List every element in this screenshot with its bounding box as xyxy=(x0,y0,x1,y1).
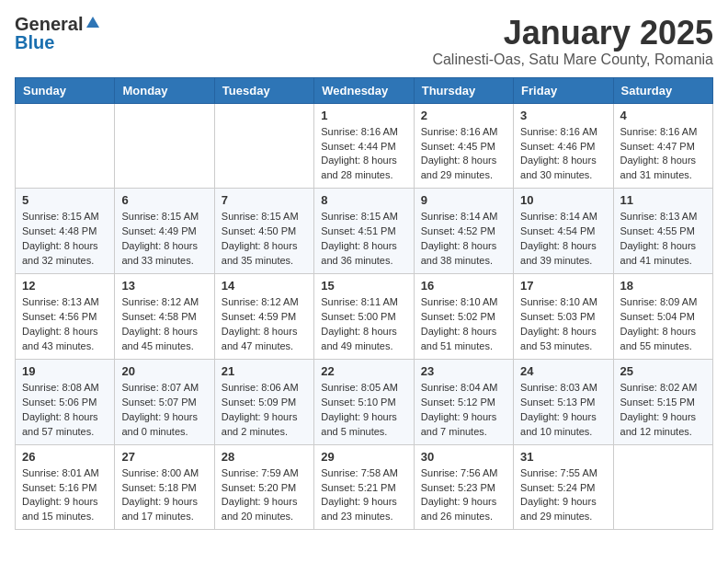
day-number: 4 xyxy=(620,109,706,122)
calendar-cell: 30Sunrise: 7:56 AM Sunset: 5:23 PM Dayli… xyxy=(414,444,513,530)
day-info: Sunrise: 8:16 AM Sunset: 4:44 PM Dayligh… xyxy=(321,125,406,184)
month-title: January 2025 xyxy=(432,15,713,52)
calendar-cell: 29Sunrise: 7:58 AM Sunset: 5:21 PM Dayli… xyxy=(314,444,414,530)
day-number: 17 xyxy=(520,279,606,293)
logo-blue-text: Blue xyxy=(15,33,54,52)
weekday-header-saturday: Saturday xyxy=(613,77,712,103)
page-header: General Blue January 2025 Calinesti-Oas,… xyxy=(15,15,713,68)
calendar-week-row: 19Sunrise: 8:08 AM Sunset: 5:06 PM Dayli… xyxy=(16,359,713,444)
logo-icon xyxy=(85,15,101,31)
title-block: January 2025 Calinesti-Oas, Satu Mare Co… xyxy=(432,15,713,68)
svg-marker-0 xyxy=(86,17,99,28)
calendar-cell xyxy=(115,103,214,189)
day-info: Sunrise: 8:03 AM Sunset: 5:13 PM Dayligh… xyxy=(520,381,606,440)
day-info: Sunrise: 8:14 AM Sunset: 4:54 PM Dayligh… xyxy=(520,210,606,269)
calendar-cell: 5Sunrise: 8:15 AM Sunset: 4:48 PM Daylig… xyxy=(16,189,115,274)
calendar-cell xyxy=(16,103,115,189)
day-info: Sunrise: 8:16 AM Sunset: 4:45 PM Dayligh… xyxy=(421,125,506,184)
day-number: 6 xyxy=(121,193,207,207)
day-info: Sunrise: 8:10 AM Sunset: 5:02 PM Dayligh… xyxy=(421,295,506,354)
day-number: 22 xyxy=(321,364,406,378)
weekday-header-monday: Monday xyxy=(115,77,214,103)
day-number: 30 xyxy=(421,450,506,464)
calendar-cell: 6Sunrise: 8:15 AM Sunset: 4:49 PM Daylig… xyxy=(115,189,214,274)
day-info: Sunrise: 8:15 AM Sunset: 4:50 PM Dayligh… xyxy=(222,210,307,269)
calendar-cell: 23Sunrise: 8:04 AM Sunset: 5:12 PM Dayli… xyxy=(414,359,513,444)
day-number: 2 xyxy=(421,109,506,122)
day-number: 12 xyxy=(22,279,108,293)
calendar-cell: 8Sunrise: 8:15 AM Sunset: 4:51 PM Daylig… xyxy=(314,189,414,274)
day-number: 15 xyxy=(321,279,406,293)
day-info: Sunrise: 8:06 AM Sunset: 5:09 PM Dayligh… xyxy=(222,381,307,440)
calendar-cell: 28Sunrise: 7:59 AM Sunset: 5:20 PM Dayli… xyxy=(214,444,313,530)
calendar-cell: 9Sunrise: 8:14 AM Sunset: 4:52 PM Daylig… xyxy=(414,189,513,274)
day-info: Sunrise: 8:11 AM Sunset: 5:00 PM Dayligh… xyxy=(321,295,406,354)
day-info: Sunrise: 8:13 AM Sunset: 4:55 PM Dayligh… xyxy=(620,210,706,269)
day-number: 21 xyxy=(222,364,307,378)
calendar-header-row: SundayMondayTuesdayWednesdayThursdayFrid… xyxy=(16,77,713,103)
day-number: 11 xyxy=(620,193,706,207)
calendar-cell: 3Sunrise: 8:16 AM Sunset: 4:46 PM Daylig… xyxy=(514,103,613,189)
day-number: 25 xyxy=(620,364,706,378)
calendar-week-row: 5Sunrise: 8:15 AM Sunset: 4:48 PM Daylig… xyxy=(16,189,713,274)
logo-general-text: General xyxy=(15,15,83,33)
calendar-cell: 27Sunrise: 8:00 AM Sunset: 5:18 PM Dayli… xyxy=(115,444,214,530)
day-info: Sunrise: 8:16 AM Sunset: 4:46 PM Dayligh… xyxy=(520,125,606,184)
calendar-cell: 1Sunrise: 8:16 AM Sunset: 4:44 PM Daylig… xyxy=(314,103,414,189)
location-title: Calinesti-Oas, Satu Mare County, Romania xyxy=(432,52,713,68)
day-info: Sunrise: 7:56 AM Sunset: 5:23 PM Dayligh… xyxy=(421,466,506,525)
calendar-cell: 24Sunrise: 8:03 AM Sunset: 5:13 PM Dayli… xyxy=(514,359,613,444)
weekday-header-wednesday: Wednesday xyxy=(314,77,414,103)
day-info: Sunrise: 7:58 AM Sunset: 5:21 PM Dayligh… xyxy=(321,466,406,525)
day-number: 8 xyxy=(321,193,406,207)
calendar-cell: 15Sunrise: 8:11 AM Sunset: 5:00 PM Dayli… xyxy=(314,274,414,360)
day-info: Sunrise: 8:00 AM Sunset: 5:18 PM Dayligh… xyxy=(121,466,207,525)
day-info: Sunrise: 8:01 AM Sunset: 5:16 PM Dayligh… xyxy=(22,466,108,525)
calendar-cell: 18Sunrise: 8:09 AM Sunset: 5:04 PM Dayli… xyxy=(613,274,712,360)
calendar-week-row: 1Sunrise: 8:16 AM Sunset: 4:44 PM Daylig… xyxy=(16,103,713,189)
calendar-cell: 11Sunrise: 8:13 AM Sunset: 4:55 PM Dayli… xyxy=(613,189,712,274)
calendar-cell: 7Sunrise: 8:15 AM Sunset: 4:50 PM Daylig… xyxy=(214,189,313,274)
day-number: 9 xyxy=(421,193,506,207)
day-number: 3 xyxy=(520,109,606,122)
calendar-cell xyxy=(613,444,712,530)
weekday-header-thursday: Thursday xyxy=(414,77,513,103)
calendar-week-row: 26Sunrise: 8:01 AM Sunset: 5:16 PM Dayli… xyxy=(16,444,713,530)
day-number: 29 xyxy=(321,450,406,464)
day-info: Sunrise: 8:13 AM Sunset: 4:56 PM Dayligh… xyxy=(22,295,108,354)
day-number: 20 xyxy=(121,364,207,378)
day-number: 26 xyxy=(22,450,108,464)
calendar-cell: 10Sunrise: 8:14 AM Sunset: 4:54 PM Dayli… xyxy=(514,189,613,274)
calendar-cell: 4Sunrise: 8:16 AM Sunset: 4:47 PM Daylig… xyxy=(613,103,712,189)
day-info: Sunrise: 8:14 AM Sunset: 4:52 PM Dayligh… xyxy=(421,210,506,269)
day-number: 24 xyxy=(520,364,606,378)
day-number: 13 xyxy=(121,279,207,293)
day-info: Sunrise: 8:12 AM Sunset: 4:58 PM Dayligh… xyxy=(121,295,207,354)
weekday-header-sunday: Sunday xyxy=(16,77,115,103)
calendar-cell: 22Sunrise: 8:05 AM Sunset: 5:10 PM Dayli… xyxy=(314,359,414,444)
day-number: 10 xyxy=(520,193,606,207)
day-info: Sunrise: 7:55 AM Sunset: 5:24 PM Dayligh… xyxy=(520,466,606,525)
day-info: Sunrise: 8:15 AM Sunset: 4:48 PM Dayligh… xyxy=(22,210,108,269)
day-info: Sunrise: 8:08 AM Sunset: 5:06 PM Dayligh… xyxy=(22,381,108,440)
calendar-table: SundayMondayTuesdayWednesdayThursdayFrid… xyxy=(15,77,713,531)
calendar-cell: 2Sunrise: 8:16 AM Sunset: 4:45 PM Daylig… xyxy=(414,103,513,189)
calendar-cell: 31Sunrise: 7:55 AM Sunset: 5:24 PM Dayli… xyxy=(514,444,613,530)
day-number: 14 xyxy=(222,279,307,293)
calendar-cell: 13Sunrise: 8:12 AM Sunset: 4:58 PM Dayli… xyxy=(115,274,214,360)
calendar-cell: 14Sunrise: 8:12 AM Sunset: 4:59 PM Dayli… xyxy=(214,274,313,360)
day-number: 5 xyxy=(22,193,108,207)
day-info: Sunrise: 8:16 AM Sunset: 4:47 PM Dayligh… xyxy=(620,125,706,184)
calendar-cell: 16Sunrise: 8:10 AM Sunset: 5:02 PM Dayli… xyxy=(414,274,513,360)
calendar-cell: 12Sunrise: 8:13 AM Sunset: 4:56 PM Dayli… xyxy=(16,274,115,360)
day-info: Sunrise: 8:15 AM Sunset: 4:51 PM Dayligh… xyxy=(321,210,406,269)
day-number: 27 xyxy=(121,450,207,464)
day-info: Sunrise: 8:12 AM Sunset: 4:59 PM Dayligh… xyxy=(222,295,307,354)
calendar-cell: 21Sunrise: 8:06 AM Sunset: 5:09 PM Dayli… xyxy=(214,359,313,444)
calendar-cell: 25Sunrise: 8:02 AM Sunset: 5:15 PM Dayli… xyxy=(613,359,712,444)
calendar-cell xyxy=(214,103,313,189)
calendar-cell: 17Sunrise: 8:10 AM Sunset: 5:03 PM Dayli… xyxy=(514,274,613,360)
day-number: 19 xyxy=(22,364,108,378)
day-info: Sunrise: 8:07 AM Sunset: 5:07 PM Dayligh… xyxy=(121,381,207,440)
day-number: 1 xyxy=(321,109,406,122)
